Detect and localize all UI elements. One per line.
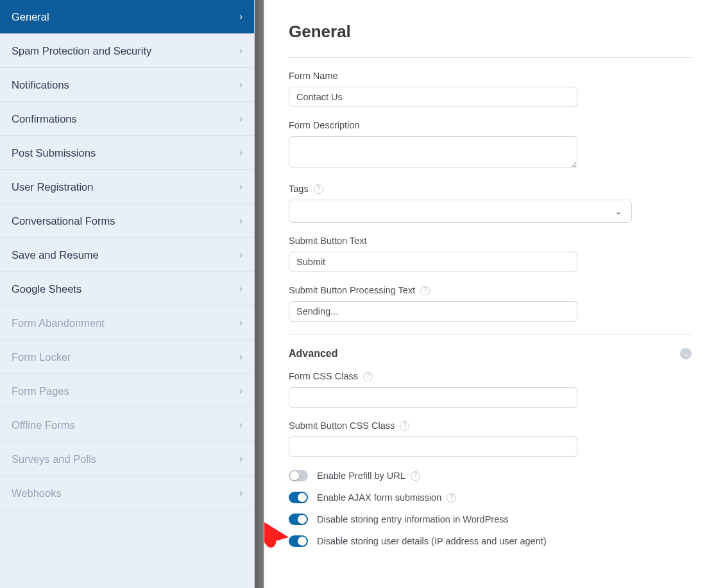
- form-css-class-label: Form CSS Class: [289, 371, 358, 381]
- toggle-prefill-url[interactable]: [289, 470, 308, 481]
- toggle-row-prefill-url: Enable Prefill by URL ?: [289, 470, 692, 481]
- help-icon[interactable]: ?: [411, 471, 420, 481]
- tags-select[interactable]: ⌄: [289, 200, 632, 223]
- field-form-description: Form Description: [289, 120, 692, 171]
- sidebar-item-form-abandonment[interactable]: Form Abandonment ›: [0, 306, 254, 340]
- toggle-disable-entry-storage-label: Disable storing entry information in Wor…: [317, 514, 509, 524]
- chevron-down-icon: ⌄: [680, 348, 692, 359]
- field-form-name: Form Name: [289, 71, 692, 107]
- field-form-css-class: Form CSS Class ?: [289, 371, 692, 408]
- help-icon[interactable]: ?: [420, 286, 430, 295]
- chevron-right-icon: ›: [239, 283, 243, 295]
- annotation-arrow: [264, 469, 290, 558]
- toggle-disable-entry-storage[interactable]: [289, 514, 308, 525]
- chevron-right-icon: ›: [239, 113, 243, 125]
- sidebar-item-label: Save and Resume: [12, 249, 239, 261]
- chevron-right-icon: ›: [239, 45, 243, 56]
- sidebar-item-save-resume[interactable]: Save and Resume ›: [0, 238, 254, 272]
- sidebar-item-label: Surveys and Polls: [12, 453, 239, 465]
- submit-button-text-label: Submit Button Text: [289, 236, 692, 246]
- sidebar-item-user-registration[interactable]: User Registration ›: [0, 170, 254, 204]
- toggle-ajax-submission[interactable]: [289, 492, 308, 503]
- sidebar-item-label: Confirmations: [12, 113, 239, 125]
- sidebar-item-label: Google Sheets: [12, 283, 239, 295]
- toggle-row-ajax-submission: Enable AJAX form submission ?: [289, 492, 692, 503]
- sidebar-item-label: Form Locker: [12, 351, 239, 363]
- help-icon[interactable]: ?: [363, 372, 373, 381]
- field-tags: Tags ? ⌄: [289, 184, 692, 223]
- panel-divider: [255, 0, 264, 588]
- chevron-right-icon: ›: [239, 453, 243, 465]
- sidebar-item-conversational-forms[interactable]: Conversational Forms ›: [0, 204, 254, 238]
- sidebar-item-label: Spam Protection and Security: [12, 45, 239, 57]
- sidebar-item-post-submissions[interactable]: Post Submissions ›: [0, 136, 254, 170]
- submit-processing-text-label: Submit Button Processing Text: [289, 285, 415, 295]
- submit-button-text-input[interactable]: [289, 252, 577, 272]
- field-submit-processing-text: Submit Button Processing Text ?: [289, 285, 692, 322]
- form-name-input[interactable]: [289, 87, 577, 107]
- sidebar-item-label: Conversational Forms: [12, 215, 239, 227]
- sidebar-item-label: Offline Forms: [12, 419, 239, 431]
- sidebar-item-label: Notifications: [12, 79, 239, 91]
- chevron-right-icon: ›: [239, 181, 243, 193]
- chevron-right-icon: ›: [239, 79, 243, 91]
- sidebar-item-label: Form Pages: [12, 385, 239, 397]
- sidebar-item-label: Form Abandonment: [12, 317, 239, 329]
- help-icon[interactable]: ?: [447, 493, 456, 503]
- chevron-right-icon: ›: [239, 487, 243, 499]
- settings-sidebar: General › Spam Protection and Security ›…: [0, 0, 255, 588]
- chevron-right-icon: ›: [239, 11, 243, 22]
- sidebar-item-label: User Registration: [12, 181, 239, 193]
- page-title: General: [289, 22, 692, 42]
- section-advanced-title: Advanced: [289, 348, 337, 359]
- section-advanced-header[interactable]: Advanced ⌄: [289, 348, 692, 359]
- chevron-right-icon: ›: [239, 419, 243, 431]
- toggle-ajax-submission-label: Enable AJAX form submission: [317, 492, 441, 503]
- submit-button-css-class-label: Submit Button CSS Class: [289, 420, 395, 431]
- chevron-right-icon: ›: [239, 249, 243, 261]
- chevron-right-icon: ›: [239, 317, 243, 329]
- divider: [289, 57, 692, 58]
- help-icon[interactable]: ?: [400, 421, 409, 431]
- toggle-row-disable-user-details: Disable storing user details (IP address…: [289, 535, 692, 547]
- sidebar-item-spam-security[interactable]: Spam Protection and Security ›: [0, 34, 254, 68]
- sidebar-item-confirmations[interactable]: Confirmations ›: [0, 102, 254, 136]
- sidebar-item-general[interactable]: General ›: [0, 0, 254, 34]
- submit-button-css-class-input[interactable]: [289, 437, 577, 457]
- svg-marker-0: [264, 520, 290, 547]
- sidebar-item-google-sheets[interactable]: Google Sheets ›: [0, 272, 254, 306]
- chevron-right-icon: ›: [239, 351, 243, 363]
- toggle-disable-user-details[interactable]: [289, 535, 308, 547]
- chevron-down-icon: ⌄: [615, 206, 622, 216]
- sidebar-item-notifications[interactable]: Notifications ›: [0, 68, 254, 102]
- sidebar-item-webhooks[interactable]: Webhooks ›: [0, 476, 254, 510]
- form-css-class-input[interactable]: [289, 387, 577, 408]
- chevron-right-icon: ›: [239, 147, 243, 159]
- toggle-disable-user-details-label: Disable storing user details (IP address…: [317, 536, 547, 546]
- toggle-row-disable-entry-storage: Disable storing entry information in Wor…: [289, 514, 692, 525]
- submit-processing-text-input[interactable]: [289, 301, 577, 322]
- sidebar-item-form-pages[interactable]: Form Pages ›: [0, 374, 254, 408]
- form-description-input[interactable]: [289, 136, 577, 168]
- sidebar-item-offline-forms[interactable]: Offline Forms ›: [0, 408, 254, 442]
- sidebar-item-label: Webhooks: [12, 487, 239, 499]
- help-icon[interactable]: ?: [314, 184, 323, 194]
- field-submit-button-text: Submit Button Text: [289, 236, 692, 272]
- form-description-label: Form Description: [289, 120, 692, 130]
- sidebar-item-form-locker[interactable]: Form Locker ›: [0, 340, 254, 374]
- field-submit-button-css-class: Submit Button CSS Class ?: [289, 420, 692, 457]
- sidebar-item-label: General: [12, 11, 239, 23]
- sidebar-item-surveys-polls[interactable]: Surveys and Polls ›: [0, 442, 254, 476]
- tags-label: Tags: [289, 184, 309, 194]
- chevron-right-icon: ›: [239, 385, 243, 397]
- toggle-prefill-url-label: Enable Prefill by URL: [317, 471, 405, 481]
- chevron-right-icon: ›: [239, 215, 243, 227]
- divider: [289, 334, 692, 335]
- sidebar-item-label: Post Submissions: [12, 147, 239, 159]
- settings-panel: General Form Name Form Description Tags …: [264, 0, 716, 588]
- form-name-label: Form Name: [289, 71, 692, 81]
